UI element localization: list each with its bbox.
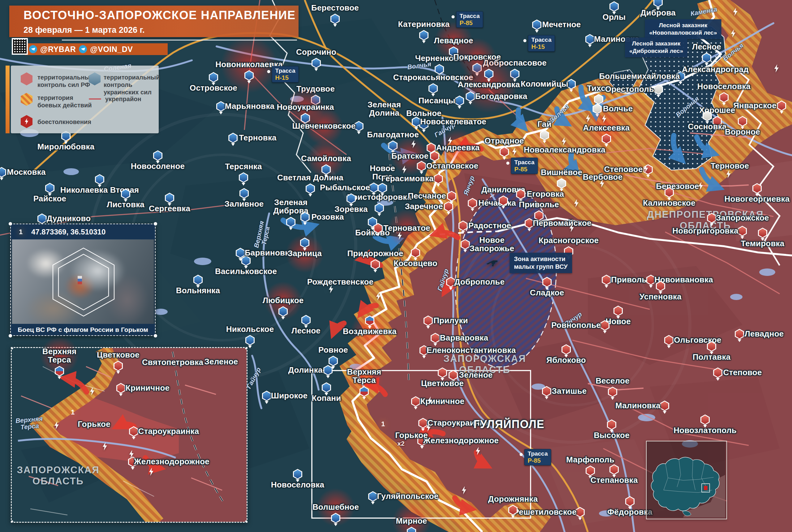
settlement-marker-icon xyxy=(121,189,130,199)
settlement-marker-icon xyxy=(193,275,203,285)
town-label: Березовое xyxy=(656,182,699,191)
town-label: Остаповское xyxy=(426,162,478,170)
town-label: Святопетровка xyxy=(142,358,203,366)
clash-icon xyxy=(371,289,385,304)
settlement-marker-icon xyxy=(664,335,674,345)
settlement-marker-icon xyxy=(586,466,595,476)
settlement-marker-icon xyxy=(607,419,616,430)
ukraine-minimap-canvas xyxy=(646,441,725,517)
settlement-marker-icon xyxy=(368,491,377,502)
legend-clash-label: боестолкновения xyxy=(37,118,91,126)
clash-icon xyxy=(595,176,609,191)
captured-flag-icon xyxy=(71,426,86,443)
town-label: Варваровка xyxy=(440,334,488,342)
settlement-marker-icon xyxy=(735,329,744,339)
settlement-marker-icon xyxy=(306,184,315,194)
legend-combat-hex-icon xyxy=(21,93,33,106)
legend-fort-label: укрепрайон xyxy=(105,95,141,103)
town-label: Затишье xyxy=(552,387,587,395)
photo-coordinates: 47.873369, 36.510310 xyxy=(31,228,106,236)
settlement-marker-icon xyxy=(654,0,663,7)
settlement-marker-icon xyxy=(419,30,429,40)
settlement-marker-icon xyxy=(458,221,468,231)
settlement-marker-icon xyxy=(562,344,571,355)
town-label: Миролюбовка xyxy=(37,142,95,151)
town-label: Малиновка xyxy=(615,401,661,410)
settlement-marker-icon xyxy=(758,228,767,238)
settlement-marker-icon xyxy=(614,306,623,316)
settlement-marker-icon xyxy=(468,198,477,208)
settlement-marker-icon xyxy=(95,174,104,185)
settlement-marker-icon xyxy=(321,164,331,175)
town-label: Берестовое xyxy=(311,4,359,12)
town-label: Успеновка xyxy=(640,292,682,301)
town-label: Сладкое xyxy=(530,289,564,297)
town-label: Мечетное xyxy=(542,20,581,29)
photo-caption: Боец ВС РФ с флагом России в Горьком xyxy=(11,324,155,335)
settlement-marker-icon xyxy=(301,315,310,325)
town-label: Январское xyxy=(733,101,776,110)
clash-icon xyxy=(397,162,412,177)
clash-icon xyxy=(125,446,138,462)
map-date-range: 28 февраля — 1 марта 2026 г. xyxy=(23,25,145,35)
settlement-marker-icon xyxy=(447,191,456,201)
town-label: НовоеЗапорожье xyxy=(470,236,514,253)
settlement-marker-icon xyxy=(322,382,331,393)
town-label: Приволье xyxy=(519,201,559,209)
settlement-marker-icon xyxy=(576,507,585,517)
settlement-marker-icon xyxy=(585,34,595,44)
town-label: Любицкое xyxy=(263,296,304,305)
town-label: Христофоровка xyxy=(347,193,412,201)
settlement-marker-icon xyxy=(602,134,611,144)
settlement-marker-icon xyxy=(423,316,433,326)
settlement-marker-icon xyxy=(331,14,340,24)
banner-separator xyxy=(62,40,297,40)
region-label: ЗАПОРОЖСКАЯОБЛАСТЬ xyxy=(17,464,100,487)
town-label: Долинка xyxy=(288,366,322,374)
town-label: Лесное xyxy=(692,43,721,51)
settlement-marker-icon xyxy=(609,464,619,475)
settlement-marker-icon xyxy=(700,415,710,425)
clash-icon xyxy=(85,383,99,399)
town-label: Егоровка xyxy=(527,190,564,198)
settlement-marker-icon xyxy=(0,167,6,177)
settlement-marker-icon xyxy=(312,58,321,68)
town-label: Косовцево xyxy=(394,259,437,268)
town-label: Терновка xyxy=(239,134,277,142)
river-label: Янчур xyxy=(463,175,476,196)
map-legend: территориальный контроль сил РФ территор… xyxy=(11,65,159,133)
settlement-marker-icon xyxy=(461,239,470,250)
town-label: Самойловка xyxy=(301,154,351,163)
settlement-marker-icon xyxy=(216,101,226,112)
clash-icon xyxy=(557,134,571,149)
settlement-marker-icon xyxy=(407,527,416,532)
town-label: Марьяновка xyxy=(225,102,275,110)
settlement-marker-icon xyxy=(434,173,443,184)
clash-icon xyxy=(443,133,457,149)
settlement-marker-icon xyxy=(660,401,669,411)
settlement-marker-icon xyxy=(412,117,421,127)
settlement-marker-icon xyxy=(331,513,340,523)
settlement-marker-icon xyxy=(286,217,296,227)
settlement-marker-icon xyxy=(373,223,383,233)
settlement-marker-icon xyxy=(484,69,493,79)
town-label: Зеленое xyxy=(205,358,238,366)
town-label: Новоскелеватое xyxy=(420,117,486,126)
settlement-marker-icon xyxy=(279,306,288,317)
town-label: Песчаное xyxy=(408,192,446,200)
road-badge: ТрассаР-85 xyxy=(456,12,483,28)
river-label: ВерхняяТерса xyxy=(15,415,44,431)
infantry-group-icon xyxy=(482,251,502,274)
town-label: Ровное xyxy=(318,346,348,354)
river-label: Гайчур xyxy=(245,366,262,390)
town-label: Полтавка xyxy=(693,353,731,361)
road-badge: ТрассаН-15 xyxy=(272,66,299,82)
town-label: Первомайское xyxy=(533,219,591,227)
settlement-marker-icon xyxy=(608,387,617,397)
settlement-marker-icon xyxy=(654,84,663,95)
settlement-marker-icon xyxy=(228,133,238,143)
forest-reserve-label: Лесной заказник«Новопавловский лес» xyxy=(645,19,721,39)
town-label: Новосоленое xyxy=(131,162,185,170)
town-label: Андреевка xyxy=(436,144,479,152)
clash-icon xyxy=(639,161,653,177)
